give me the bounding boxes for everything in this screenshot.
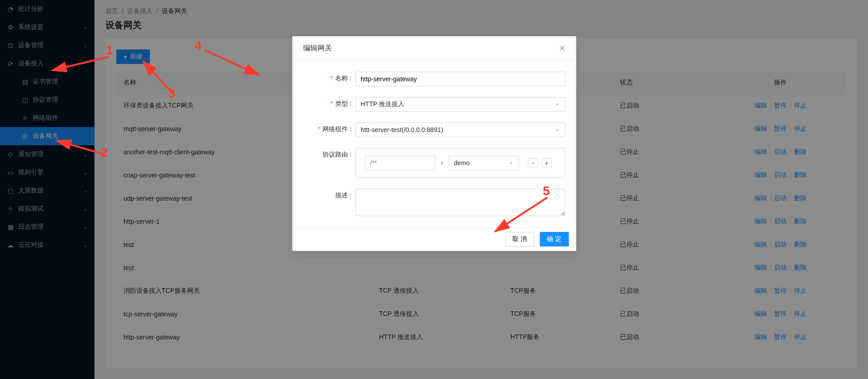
desc-field[interactable] xyxy=(355,189,565,216)
edit-gateway-modal: 编辑网关 ✕ *名称 : *类型 : HTTP 推送接入 ▼ *网络组件 : xyxy=(292,36,576,251)
cancel-button[interactable]: 取 消 xyxy=(505,232,534,246)
route-target-value: demo xyxy=(454,159,470,167)
type-select[interactable]: HTTP 推送接入 ▼ xyxy=(355,97,565,112)
modal-body: *名称 : *类型 : HTTP 推送接入 ▼ *网络组件 : httt-ser… xyxy=(292,61,576,227)
add-route-button[interactable]: + xyxy=(541,158,551,168)
confirm-button[interactable]: 确 定 xyxy=(540,232,569,246)
route-target-select[interactable]: demo ▼ xyxy=(448,156,519,170)
arrow-right-icon: › xyxy=(441,159,443,167)
modal-title: 编辑网关 xyxy=(303,44,332,53)
chevron-down-icon: ▼ xyxy=(555,102,560,107)
label-desc: 描述 : xyxy=(303,189,355,200)
label-name: *名称 : xyxy=(303,72,355,83)
name-field[interactable] xyxy=(355,72,565,86)
modal-footer: 取 消 确 定 xyxy=(292,227,576,251)
route-path-field[interactable] xyxy=(365,156,435,170)
label-route: 协议路由 : xyxy=(303,148,355,159)
type-select-value: HTTP 推送接入 xyxy=(361,100,404,108)
network-select[interactable]: httt-server-test(/0.0.0.0:8891) ▼ xyxy=(355,123,565,137)
route-box: › demo ▼ − + xyxy=(355,148,565,178)
chevron-down-icon: ▼ xyxy=(555,128,560,133)
chevron-down-icon: ▼ xyxy=(509,161,513,166)
network-select-value: httt-server-test(/0.0.0.0:8891) xyxy=(361,126,443,133)
close-icon[interactable]: ✕ xyxy=(559,44,565,53)
label-network: *网络组件 : xyxy=(303,123,355,133)
label-type: *类型 : xyxy=(303,97,355,108)
modal-header: 编辑网关 ✕ xyxy=(292,36,576,61)
remove-route-button[interactable]: − xyxy=(528,158,538,168)
